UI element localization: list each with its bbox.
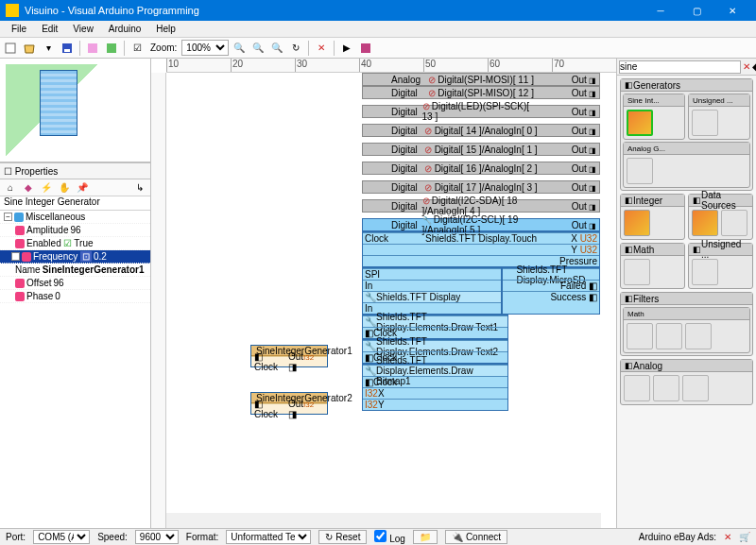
comp-filt-1[interactable]: [627, 323, 653, 349]
menu-file[interactable]: File: [4, 24, 34, 34]
prop-hand-icon[interactable]: ✋: [56, 179, 73, 196]
maximize-button[interactable]: ▢: [679, 0, 714, 21]
new-button[interactable]: [2, 40, 19, 57]
prop-phase-value[interactable]: 0: [53, 291, 150, 301]
format-combo[interactable]: Unformatted Text: [226, 530, 311, 544]
speed-combo[interactable]: 9600: [135, 530, 179, 544]
prop-name[interactable]: Name: [15, 264, 41, 275]
ads-cart-icon[interactable]: 🛒: [739, 532, 750, 542]
log-checkbox[interactable]: Log: [374, 530, 404, 544]
comp-analog-gen[interactable]: [627, 158, 653, 184]
overview-button[interactable]: [103, 40, 120, 57]
comp-integer-1[interactable]: [624, 210, 650, 236]
save-button[interactable]: [59, 40, 76, 57]
arduino-row-d17[interactable]: Digital⊘ Digital[ 17 ]/AnalogIn[ 3 ]Out …: [362, 180, 600, 194]
arduino-row-d14[interactable]: Digital⊘ Digital[ 14 ]/AnalogIn[ 0 ]Out …: [362, 124, 600, 137]
titlebar: Visuino - Visual Arduino Programming ─ ▢…: [0, 0, 756, 21]
comp-ana-1[interactable]: [624, 375, 650, 401]
expand-freq-icon[interactable]: +: [11, 252, 20, 261]
shields-draw-bitmap1[interactable]: 🔧 Shields.TFT Display.Elements.Draw Bitm…: [362, 364, 508, 411]
cat-data-sources: ◧ Data Sources: [688, 194, 753, 240]
cat-unsigned2: ◧ Unsigned ...: [688, 243, 753, 289]
prop-cat-icon[interactable]: ◆: [20, 179, 37, 196]
scrollbar-horizontal[interactable]: [166, 513, 601, 528]
arduino-row-scl[interactable]: Digital🔧 Digital(I2C-SCL)[ 19 ]/AnalogIn…: [362, 218, 600, 231]
comp-sine-integer[interactable]: [627, 110, 653, 136]
collapse-misc-icon[interactable]: −: [4, 213, 12, 221]
prop-offset-value[interactable]: 96: [52, 278, 151, 288]
comp-ds-2[interactable]: [721, 210, 747, 236]
node-sine-generator-1[interactable]: SineIntegerGenerator1 ◧ Clock OutI32 ◨: [250, 345, 328, 367]
prop-filter-icon[interactable]: ⚡: [38, 179, 55, 196]
upload-button[interactable]: ▶: [338, 40, 355, 57]
menu-view[interactable]: View: [65, 24, 101, 34]
zoom-reset-button[interactable]: 🔍: [268, 40, 285, 57]
prop-enabled[interactable]: Enabled: [26, 238, 61, 248]
palette-sort-icon[interactable]: ◆: [752, 59, 756, 76]
prop-amplitude-value[interactable]: 96: [68, 225, 150, 235]
props-button[interactable]: [84, 40, 101, 57]
arduino-row-sda[interactable]: Digital⊘ Digital(I2C-SDA)[ 18 ]/AnalogIn…: [362, 199, 600, 213]
shields-tft-microsd[interactable]: Shields.TFT Display.MicroSD Failed ◧ Suc…: [502, 267, 600, 315]
gen1-clock-pin[interactable]: Clock: [254, 362, 278, 372]
prop-frequency[interactable]: Frequency: [33, 251, 77, 262]
prop-phase[interactable]: Phase: [26, 291, 53, 301]
cat-analog: ◧ Analog: [620, 359, 753, 405]
prop-amplitude[interactable]: Amplitude: [26, 225, 68, 235]
connect-button[interactable]: 🔌 Connect: [445, 530, 507, 544]
arduino-row-d16[interactable]: Digital⊘ Digital[ 16 ]/AnalogIn[ 2 ]Out …: [362, 162, 600, 175]
design-canvas[interactable]: 10 20 30 40 50 60 70 SineIntegerGenerato…: [151, 59, 616, 528]
search-input[interactable]: [619, 60, 741, 74]
open-button[interactable]: [21, 40, 38, 57]
arduino-row-led[interactable]: Digital⊘ Digital(LED)(SPI-SCK)[ 13 ]Out …: [362, 105, 600, 118]
menu-arduino[interactable]: Arduino: [101, 24, 148, 34]
comp-ana-3[interactable]: [682, 375, 709, 401]
arduino-row-d15[interactable]: Digital⊘ Digital[ 15 ]/AnalogIn[ 1 ]Out …: [362, 143, 600, 156]
prop-frequency-value[interactable]: 0.2: [92, 251, 150, 262]
clear-search-button[interactable]: ✕: [743, 59, 750, 76]
node-arduino-board[interactable]: Analog⊘ Digital(SPI-MOSI)[ 11 ]Out ◨ Dig…: [362, 73, 600, 411]
preview-thumb[interactable]: [6, 64, 145, 156]
comp-filt-3[interactable]: [685, 323, 712, 349]
comp-uns-1[interactable]: [692, 259, 718, 285]
properties-title: Properties: [15, 166, 59, 177]
canvas-inner[interactable]: SineIntegerGenerator1 ◧ Clock OutI32 ◨ S…: [166, 73, 616, 513]
gen2-clock-pin[interactable]: Clock: [254, 409, 278, 419]
zoom-combo[interactable]: 100%: [181, 40, 229, 56]
prop-home-icon[interactable]: ⌂: [2, 179, 19, 196]
comp-ana-2[interactable]: [653, 375, 679, 401]
comp-unsigned[interactable]: [692, 110, 718, 136]
prop-enabled-value[interactable]: ☑ True: [61, 238, 150, 248]
comp-ds-1[interactable]: [692, 210, 718, 236]
port-combo[interactable]: COM5 (A...: [33, 530, 90, 544]
shields-tft-touch[interactable]: ClockShields.TFT Display.TouchX U32 Y U3…: [362, 231, 600, 267]
node-sine-generator-2[interactable]: SineIntegerGenerator2 ◧ Clock OutI32 ◨: [250, 392, 328, 415]
board-button[interactable]: [357, 40, 374, 57]
arduino-row-mosi[interactable]: Analog⊘ Digital(SPI-MOSI)[ 11 ]Out ◨: [362, 73, 600, 86]
close-button[interactable]: ✕: [714, 0, 750, 21]
reset-button[interactable]: ↻ Reset: [318, 530, 367, 544]
zoom-out-button[interactable]: 🔍: [249, 40, 266, 57]
menu-edit[interactable]: Edit: [34, 24, 65, 34]
prop-forward-icon[interactable]: ↳: [131, 179, 148, 196]
menu-help[interactable]: Help: [148, 24, 183, 34]
open-dropdown-icon[interactable]: ▾: [40, 40, 57, 57]
ads-close-icon[interactable]: ✕: [724, 532, 731, 542]
refresh-button[interactable]: ↻: [287, 40, 304, 57]
comp-math-1[interactable]: [624, 259, 650, 285]
prop-offset[interactable]: Offset: [26, 278, 52, 288]
folder-button[interactable]: 📁: [413, 530, 438, 544]
gen1-out-pin[interactable]: Out: [288, 351, 303, 362]
minimize-button[interactable]: ─: [643, 0, 679, 21]
shields-tft-display[interactable]: SPI In 🔧 Shields.TFT Display In: [362, 267, 502, 315]
comp-filt-2[interactable]: [656, 323, 682, 349]
menubar: File Edit View Arduino Help: [0, 21, 756, 38]
arduino-row-miso[interactable]: Digital⊘ Digital(SPI-MISO)[ 12 ]Out ◨: [362, 86, 600, 99]
gen2-out-pin[interactable]: Out: [288, 399, 303, 409]
zoom-in-button[interactable]: 🔍: [231, 40, 248, 57]
prop-name-value[interactable]: SineIntegerGenerator1: [41, 264, 150, 275]
zoom-fit-button[interactable]: ☑: [129, 40, 146, 57]
delete-button[interactable]: ✕: [313, 40, 330, 57]
prop-pin-icon[interactable]: 📌: [74, 179, 91, 196]
window-title: Visuino - Visual Arduino Programming: [25, 5, 643, 16]
